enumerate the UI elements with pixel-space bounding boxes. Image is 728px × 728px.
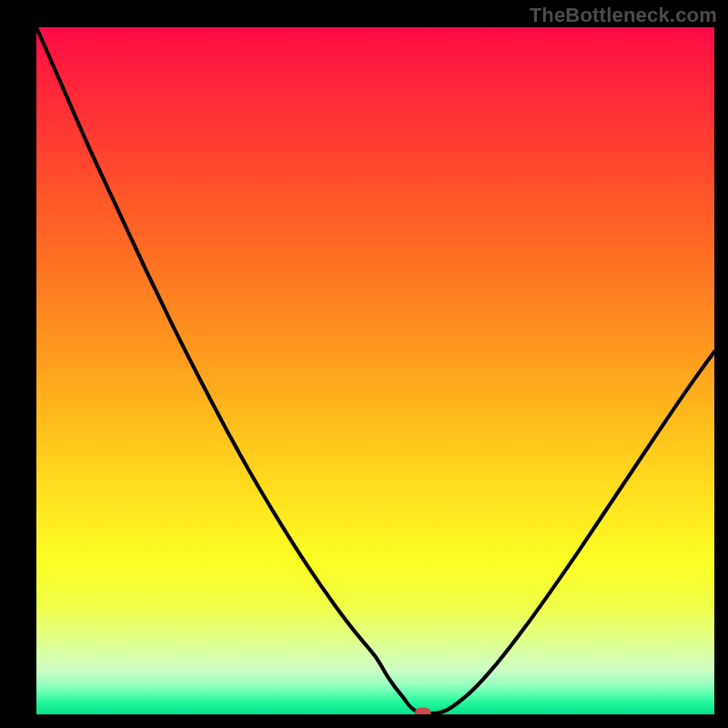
watermark-label: TheBottleneck.com: [530, 4, 717, 27]
chart-frame: TheBottleneck.com: [0, 0, 728, 728]
minimum-marker: [415, 707, 431, 714]
bottleneck-curve: [36, 27, 714, 713]
plot-area: [36, 27, 714, 714]
chart-svg: [36, 27, 714, 714]
